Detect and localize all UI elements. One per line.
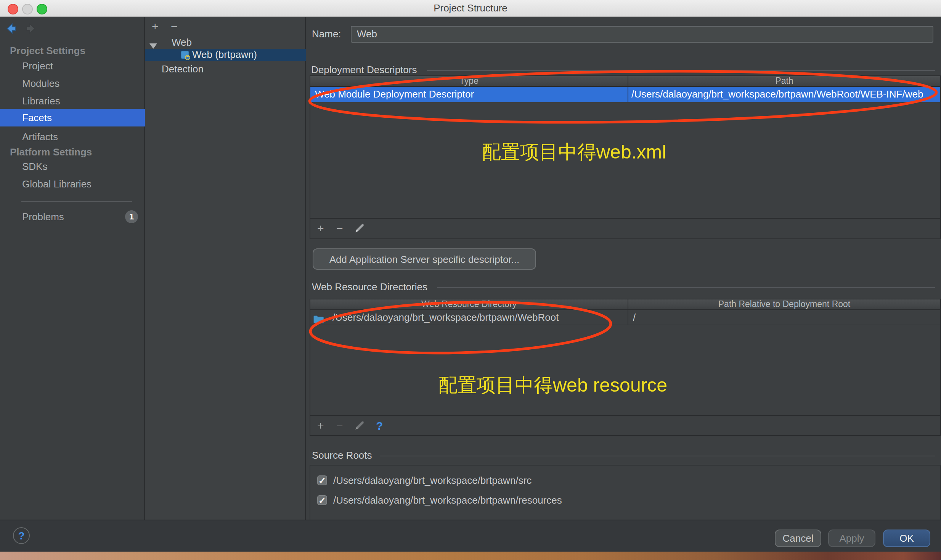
sidebar-item-global-libraries[interactable]: Global Libraries (0, 175, 145, 193)
table-header-row: Type Path (310, 76, 940, 87)
add-app-server-descriptor-button[interactable]: Add Application Server specific descript… (313, 248, 536, 270)
table-toolbar: + − ? (310, 415, 940, 435)
apply-button[interactable]: Apply (828, 530, 875, 547)
deployment-descriptors-title: Deployment Descriptors (311, 64, 417, 75)
facets-tree-panel: + − Web Web (brtpawn) Detection (145, 17, 306, 520)
cell-text: /Users/dalaoyang/brt_workspace/brtpawn/W… (313, 312, 559, 323)
remove-icon[interactable]: − (336, 219, 343, 238)
add-facet-icon[interactable]: + (152, 21, 159, 32)
source-root-row: ✓ /Users/dalaoyang/brt_workspace/brtpawn… (317, 494, 562, 506)
annotation-webresource: 配置项目中得web resource (438, 373, 667, 398)
column-header-path[interactable]: Path (628, 76, 940, 86)
project-structure-dialog: Project Structure Project Settings Proje… (0, 0, 941, 560)
source-root-path: /Users/dalaoyang/brt_workspace/brtpawn/s… (333, 475, 532, 486)
cancel-button[interactable]: Cancel (775, 530, 821, 547)
settings-sidebar: Project Settings Project Modules Librari… (0, 17, 145, 520)
tree-node-detection[interactable]: Detection (162, 63, 204, 75)
table-header-row: Web Resource Directory Path Relative to … (310, 299, 940, 310)
table-row-selected[interactable]: Web Module Deployment Descriptor /Users/… (310, 87, 940, 102)
cell-descriptor-type: Web Module Deployment Descriptor (310, 87, 628, 102)
add-icon[interactable]: + (317, 416, 324, 436)
web-facet-icon (181, 50, 191, 63)
sidebar-item-project[interactable]: Project (0, 57, 145, 75)
help-button[interactable]: ? (13, 527, 30, 544)
cell-relative-path: / (628, 310, 940, 325)
titlebar: Project Structure (0, 0, 941, 17)
forward-arrow-icon[interactable] (25, 23, 37, 34)
desktop-background-sliver (0, 552, 941, 560)
edit-pencil-icon[interactable] (354, 420, 365, 434)
ok-button[interactable]: OK (883, 530, 930, 547)
web-resource-directories-table: Web Resource Directory Path Relative to … (310, 299, 941, 436)
sidebar-divider (21, 201, 132, 202)
annotation-webxml: 配置项目中得web.xml (482, 139, 666, 165)
section-rule (437, 287, 935, 288)
dialog-footer: ? Cancel Apply OK (0, 520, 941, 552)
web-folder-icon (313, 313, 324, 325)
add-icon[interactable]: + (317, 219, 324, 238)
source-roots-title: Source Roots (312, 450, 372, 461)
checkbox-checked-icon[interactable]: ✓ (317, 495, 327, 505)
table-row[interactable]: /Users/dalaoyang/brt_workspace/brtpawn/W… (310, 310, 940, 325)
table-toolbar: + − (310, 218, 940, 238)
sidebar-item-libraries[interactable]: Libraries (0, 92, 145, 110)
table-empty-area (310, 325, 940, 415)
column-header-type[interactable]: Type (310, 76, 628, 86)
remove-facet-icon[interactable]: − (171, 21, 178, 32)
source-root-path: /Users/dalaoyang/brt_workspace/brtpawn/r… (333, 494, 562, 506)
window-title: Project Structure (0, 0, 941, 17)
sidebar-item-facets[interactable]: Facets (0, 109, 145, 126)
facet-editor-panel: Name: Web Deployment Descriptors Type Pa… (306, 17, 941, 520)
name-input[interactable]: Web (351, 26, 933, 43)
web-resource-directories-title: Web Resource Directories (312, 281, 427, 293)
section-rule (380, 456, 935, 456)
edit-pencil-icon[interactable] (354, 222, 365, 237)
column-header-path-relative[interactable]: Path Relative to Deployment Root (628, 299, 940, 309)
source-root-row: ✓ /Users/dalaoyang/brt_workspace/brtpawn… (317, 475, 532, 486)
sidebar-item-sdks[interactable]: SDKs (0, 158, 145, 175)
back-arrow-icon[interactable] (5, 23, 17, 34)
tree-node-label: Web (brtpawn) (192, 49, 257, 61)
name-label: Name: (312, 28, 341, 40)
column-header-web-resource-directory[interactable]: Web Resource Directory (310, 299, 628, 309)
tree-node-web-brtpawn[interactable]: Web (brtpawn) (145, 49, 306, 61)
problems-count-badge: 1 (125, 210, 138, 223)
section-rule (427, 70, 935, 71)
sidebar-item-modules[interactable]: Modules (0, 75, 145, 92)
remove-icon[interactable]: − (336, 416, 343, 436)
tree-node-web[interactable]: Web (172, 37, 192, 49)
cell-descriptor-path: /Users/dalaoyang/brt_workspace/brtpawn/W… (628, 87, 940, 102)
checkbox-checked-icon[interactable]: ✓ (317, 475, 327, 485)
sidebar-item-problems[interactable]: Problems (0, 208, 145, 226)
help-icon[interactable]: ? (376, 416, 383, 436)
cell-web-resource-directory: /Users/dalaoyang/brt_workspace/brtpawn/W… (310, 310, 628, 325)
source-roots-panel: ✓ /Users/dalaoyang/brt_workspace/brtpawn… (310, 465, 941, 520)
